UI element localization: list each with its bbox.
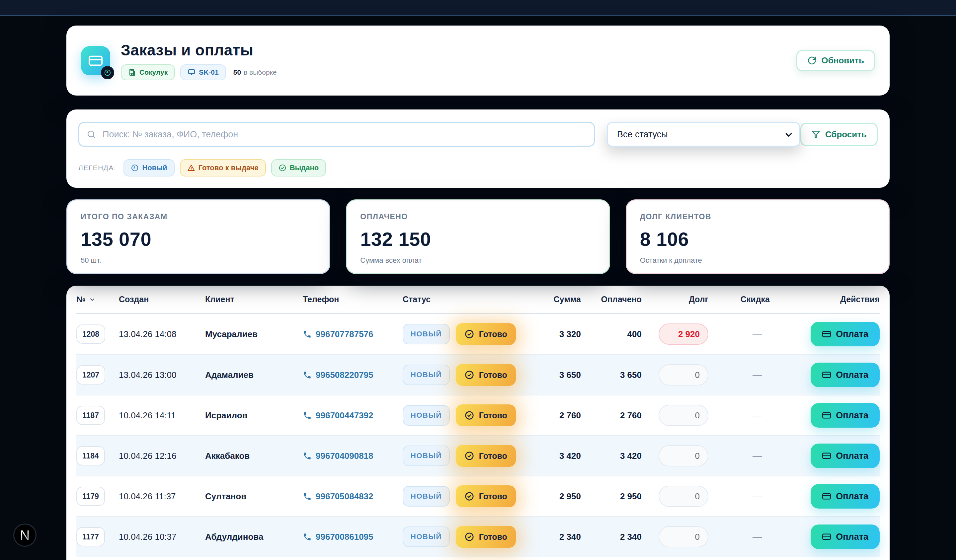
client-name: Мусаралиев	[205, 329, 303, 339]
phone-icon	[303, 452, 312, 460]
status-cell: НОВЫЙ Готово	[403, 526, 530, 548]
status-cell: НОВЫЙ Готово	[403, 445, 530, 467]
created-at: 13.04.26 13:00	[119, 370, 205, 380]
order-sum: 2 760	[530, 410, 581, 421]
credit-card-icon	[822, 329, 831, 339]
refresh-icon	[807, 56, 816, 65]
credit-card-icon	[822, 411, 831, 420]
app-icon	[81, 46, 110, 75]
ready-button[interactable]: Готово	[456, 526, 516, 548]
pay-button[interactable]: Оплата	[811, 403, 880, 428]
status-cell: НОВЫЙ Готово	[403, 364, 530, 386]
stat-value: 132 150	[360, 228, 596, 250]
status-badge-new: НОВЫЙ	[403, 405, 450, 426]
ready-button-label: Готово	[479, 492, 507, 501]
phone-link[interactable]: 996508220795	[303, 370, 403, 380]
order-id-cell: 1187	[76, 406, 119, 425]
credit-card-icon	[822, 370, 831, 380]
check-circle-icon	[464, 491, 474, 501]
table-row: 1179 10.04.26 11:37 Султанов 99670508483…	[76, 476, 880, 516]
status-select[interactable]: Все статусы	[607, 122, 800, 147]
page-title: Заказы и оплаты	[121, 41, 277, 59]
search-box	[78, 122, 595, 147]
table-row: 1208 13.04.26 14:08 Мусаралиев 996707787…	[76, 314, 880, 354]
order-id: 1187	[76, 406, 105, 425]
column-id[interactable]: №	[76, 295, 119, 304]
debt-pill: 0	[659, 364, 708, 386]
phone-link[interactable]: 996700447392	[303, 410, 403, 421]
discount-value: —	[708, 370, 770, 380]
status-badge-new: НОВЫЙ	[403, 324, 450, 344]
order-paid: 2 340	[581, 532, 642, 542]
reset-filters-button[interactable]: Сбросить	[800, 123, 878, 146]
order-id-cell: 1208	[76, 325, 119, 344]
ready-button[interactable]: Готово	[456, 485, 516, 507]
table-row: 1184 10.04.26 12:16 Аккабаков 9967040908…	[76, 435, 880, 476]
pay-button[interactable]: Оплата	[811, 524, 880, 549]
actions-cell: Оплата	[770, 362, 880, 387]
discount-value: —	[708, 329, 770, 339]
order-sum: 2 950	[530, 491, 581, 502]
ready-button[interactable]: Готово	[456, 364, 516, 386]
created-at: 10.04.26 14:11	[119, 410, 205, 421]
phone-link[interactable]: 996700861095	[303, 532, 403, 542]
check-circle-icon	[464, 370, 474, 380]
phone-link[interactable]: 996705084832	[303, 491, 403, 502]
client-name: Аккабаков	[205, 451, 303, 461]
ready-button[interactable]: Готово	[456, 405, 516, 426]
order-id-cell: 1207	[76, 365, 119, 384]
credit-card-icon	[822, 492, 831, 501]
credit-card-icon	[822, 451, 831, 460]
order-sum: 3 420	[530, 451, 581, 461]
table-body: 1208 13.04.26 14:08 Мусаралиев 996707787…	[76, 314, 880, 557]
nextjs-dev-badge[interactable]: N	[13, 524, 36, 547]
check-circle-icon	[464, 329, 474, 339]
nextjs-logo-letter: N	[20, 529, 30, 542]
ready-button[interactable]: Готово	[456, 445, 516, 467]
terminal-badge-label: SK-01	[199, 68, 219, 76]
created-at: 13.04.26 14:08	[119, 329, 205, 339]
pay-button[interactable]: Оплата	[811, 444, 880, 468]
status-badge-new: НОВЫЙ	[403, 527, 450, 547]
debt-cell: 0	[642, 364, 708, 386]
selection-count: 50в выборке	[233, 68, 277, 76]
order-paid: 2 760	[581, 410, 642, 421]
table-row: 1207 13.04.26 13:00 Адамалиев 9965082207…	[76, 354, 880, 395]
status-cell: НОВЫЙ Готово	[403, 485, 530, 507]
legend-ready: Готово к выдаче	[180, 159, 266, 177]
ready-button-label: Готово	[479, 329, 507, 339]
stat-label: ДОЛГ КЛИЕНТОВ	[640, 212, 875, 221]
phone-link[interactable]: 996707787576	[303, 329, 403, 339]
credit-card-icon	[822, 532, 831, 541]
debt-cell: 0	[642, 486, 708, 507]
order-id: 1179	[76, 487, 105, 506]
pay-button-label: Оплата	[836, 410, 868, 421]
debt-cell: 0	[642, 526, 708, 547]
stat-label: ИТОГО ПО ЗАКАЗАМ	[81, 212, 316, 221]
column-sum: Сумма	[530, 295, 581, 304]
debt-pill: 0	[659, 405, 708, 426]
phone-icon	[303, 532, 312, 541]
clock-icon	[131, 164, 139, 172]
pay-button[interactable]: Оплата	[811, 362, 880, 387]
orders-table: № Создан Клиент Телефон Статус Сумма Опл…	[66, 285, 890, 560]
debt-cell: 2 920	[642, 323, 708, 345]
stat-label: ОПЛАЧЕНО	[360, 212, 596, 221]
pay-button[interactable]: Оплата	[811, 484, 880, 508]
stat-sub: Сумма всех оплат	[360, 256, 596, 265]
order-paid: 2 950	[581, 491, 642, 502]
refresh-button[interactable]: Обновить	[796, 50, 875, 71]
table-header: № Создан Клиент Телефон Статус Сумма Опл…	[76, 285, 880, 314]
funnel-icon	[811, 130, 821, 139]
search-input[interactable]	[78, 122, 595, 147]
phone-link[interactable]: 996704090818	[303, 451, 403, 461]
header-card: Заказы и оплаты Сокулук SK-01 50в выборк…	[66, 25, 890, 96]
status-badge-new: НОВЫЙ	[403, 365, 450, 385]
discount-value: —	[708, 410, 770, 421]
discount-value: —	[708, 450, 770, 461]
column-debt: Долг	[642, 295, 708, 304]
pay-button[interactable]: Оплата	[811, 322, 880, 347]
actions-cell: Оплата	[770, 403, 880, 428]
ready-button[interactable]: Готово	[456, 323, 516, 345]
debt-pill: 2 920	[659, 323, 708, 345]
